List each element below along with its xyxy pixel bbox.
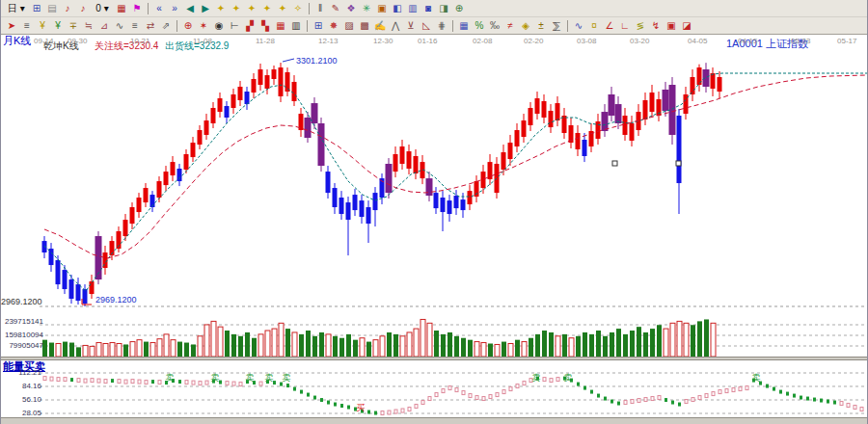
volume-bar bbox=[542, 331, 547, 357]
wave-mark-pink bbox=[435, 393, 438, 397]
volume-bar bbox=[461, 338, 466, 357]
wave-mark-green bbox=[293, 387, 296, 391]
candle-body bbox=[583, 140, 587, 156]
candle-body bbox=[407, 151, 412, 169]
candle-body bbox=[535, 98, 540, 114]
volume-bar bbox=[420, 319, 425, 357]
candle-body bbox=[292, 82, 297, 101]
volume-bar bbox=[346, 334, 351, 357]
wave-mark-pink bbox=[205, 381, 208, 384]
wave-mark-pink bbox=[624, 401, 627, 405]
candle-body bbox=[238, 87, 243, 100]
volume-bar bbox=[130, 342, 135, 357]
volume-bar bbox=[583, 332, 587, 357]
wave-mark-pink bbox=[77, 379, 80, 383]
candle-body bbox=[386, 164, 393, 193]
wave-mark-pink bbox=[199, 382, 202, 385]
volume-bar bbox=[630, 331, 635, 357]
wave-mark-pink bbox=[192, 381, 195, 384]
wave-mark-green bbox=[610, 400, 613, 404]
low-price-annotation: 2969.1200 bbox=[95, 295, 137, 305]
date-tick: 11-08 bbox=[193, 37, 212, 45]
wave-mark-pink bbox=[854, 406, 856, 410]
chart-canvas: 卖卖卖卖卖卖卖卖买 bbox=[1, 0, 868, 424]
candle-body bbox=[602, 112, 609, 131]
volume-bar bbox=[292, 332, 297, 357]
volume-bar bbox=[76, 347, 81, 357]
wave-mark-pink bbox=[746, 386, 748, 390]
date-tick: 09-30 bbox=[68, 37, 87, 45]
volume-bar bbox=[326, 334, 331, 357]
volume-bar bbox=[211, 321, 216, 357]
volume-bar bbox=[83, 345, 88, 357]
volume-bar bbox=[373, 340, 378, 357]
period-label[interactable]: 月K线 bbox=[3, 36, 31, 45]
wave-mark-pink bbox=[550, 379, 553, 383]
volume-bar bbox=[569, 338, 574, 357]
wave-mark-pink bbox=[421, 401, 424, 405]
wave-mark-pink bbox=[43, 377, 46, 381]
pane-splitter[interactable] bbox=[1, 357, 868, 360]
volume-bar bbox=[245, 332, 250, 357]
candle-body bbox=[434, 193, 439, 208]
volume-bar bbox=[529, 338, 533, 357]
wave-mark-pink bbox=[556, 378, 559, 382]
volume-bar bbox=[150, 343, 155, 357]
volume-bar bbox=[164, 334, 169, 357]
volume-bar bbox=[414, 329, 419, 357]
candle-body bbox=[318, 123, 325, 166]
candle-body bbox=[609, 94, 615, 116]
date-tick: 02-08 bbox=[473, 37, 492, 45]
volume-bar bbox=[441, 334, 446, 357]
wave-mark-green bbox=[111, 379, 114, 383]
sell-flag: 卖 bbox=[246, 373, 255, 383]
wave-mark-pink bbox=[482, 397, 485, 401]
wave-mark-green bbox=[678, 403, 681, 407]
candle-body bbox=[448, 200, 452, 214]
volume-bar bbox=[670, 323, 675, 357]
candle-body bbox=[326, 172, 331, 193]
candle-body bbox=[137, 198, 142, 212]
wave-mark-pink bbox=[138, 380, 141, 384]
candle-body bbox=[204, 120, 209, 135]
volume-bar bbox=[475, 342, 479, 357]
volume-bar bbox=[387, 332, 392, 357]
volume-bar bbox=[319, 332, 324, 357]
wave-mark-green bbox=[597, 394, 600, 398]
wave-mark-pink bbox=[719, 390, 721, 394]
volume-bar bbox=[137, 340, 142, 357]
wave-mark-pink bbox=[50, 377, 53, 381]
date-tick: 02-20 bbox=[524, 37, 543, 45]
wave-mark-pink bbox=[631, 400, 634, 404]
wave-mark-pink bbox=[118, 380, 121, 384]
wave-mark-pink bbox=[502, 390, 505, 394]
candle-body bbox=[272, 69, 277, 79]
wave-mark-pink bbox=[651, 397, 654, 401]
app-window: 日 ▾⊞▤♪♪0 ▾▦⚑«»◀▶✦✦✦✦✦✧‖✎❖✳▣◧▥◙◨⊕ ➤≡¥¥∓≒⊿… bbox=[0, 0, 868, 424]
indicator-tick-2: 84.16 bbox=[1, 382, 41, 391]
volume-bar bbox=[427, 323, 432, 357]
candle-body bbox=[123, 220, 128, 236]
date-tick: 12-30 bbox=[373, 37, 393, 45]
wave-mark-pink bbox=[685, 400, 688, 404]
wave-mark-pink bbox=[523, 382, 526, 385]
candle-body bbox=[630, 123, 635, 141]
volume-bar bbox=[238, 336, 243, 357]
candle-body bbox=[400, 146, 405, 164]
volume-bar bbox=[299, 334, 304, 357]
ma-slow-line bbox=[44, 75, 867, 258]
volume-bar bbox=[434, 331, 439, 357]
candle-body bbox=[718, 77, 722, 92]
wave-mark-pink bbox=[509, 387, 512, 391]
candle-body bbox=[83, 289, 88, 304]
candle-body bbox=[508, 143, 513, 159]
wave-mark-green bbox=[793, 394, 796, 398]
wave-mark-pink bbox=[658, 396, 661, 400]
volume-bar bbox=[623, 334, 628, 357]
candle-body bbox=[542, 101, 547, 118]
volume-bar bbox=[393, 334, 398, 357]
candle-body bbox=[502, 152, 506, 170]
volume-bar bbox=[576, 336, 581, 357]
candle-body bbox=[69, 279, 74, 299]
candle-body bbox=[461, 199, 466, 210]
